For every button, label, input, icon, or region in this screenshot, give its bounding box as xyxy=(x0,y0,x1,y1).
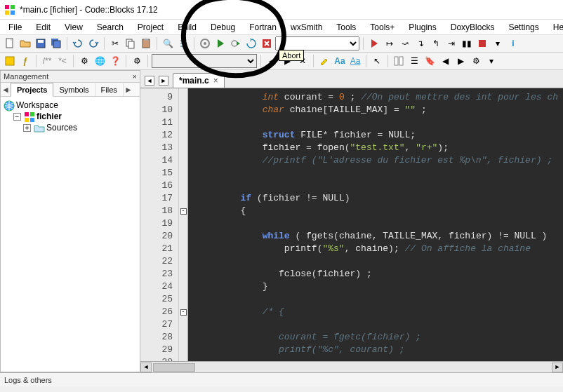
menu-build[interactable]: Build xyxy=(172,21,202,34)
code-line[interactable] xyxy=(197,116,563,129)
tabs-right-arrow-icon[interactable]: ► xyxy=(124,85,133,95)
code-line[interactable]: fclose(fichier) ; xyxy=(197,268,563,281)
new-file-icon[interactable] xyxy=(3,36,17,50)
find-icon[interactable]: 🔍 xyxy=(161,36,175,50)
replace-icon[interactable] xyxy=(176,36,190,50)
tree-workspace[interactable]: Workspace xyxy=(4,100,137,111)
run-icon[interactable] xyxy=(213,36,227,50)
menu-doxyblocks[interactable]: DoxyBlocks xyxy=(445,21,501,34)
highlight-icon[interactable] xyxy=(317,54,331,68)
code-editor[interactable]: 9101112131415161718192021222324252627282… xyxy=(140,88,563,361)
menu-toolsplus[interactable]: Tools+ xyxy=(364,21,400,34)
scroll-right-icon[interactable]: ► xyxy=(552,363,563,372)
tab-files[interactable]: Files xyxy=(95,83,124,96)
save-icon[interactable] xyxy=(34,36,48,50)
menu-debug[interactable]: Debug xyxy=(205,21,241,34)
fold-toggle-icon[interactable]: - xyxy=(180,208,187,215)
code-line[interactable]: courant = fgetc(fichier) ; xyxy=(197,331,563,344)
tree-folder-sources[interactable]: + Sources xyxy=(4,122,137,133)
code-line[interactable]: char chaine[TAILLE_MAX] = "" ; xyxy=(197,104,563,116)
copy-icon[interactable] xyxy=(124,36,138,50)
code-line[interactable]: /* { xyxy=(197,306,563,318)
menu-settings[interactable]: Settings xyxy=(503,21,544,34)
menu-wxsmith[interactable]: wxSmith xyxy=(285,21,328,34)
editor-tab-next-icon[interactable]: ► xyxy=(159,76,168,86)
editor-horizontal-scrollbar[interactable]: ◄ ► xyxy=(140,361,563,372)
debug-windows-icon[interactable]: ▾ xyxy=(491,36,505,50)
text-case-icon[interactable]: Aa xyxy=(333,54,347,68)
code-line[interactable]: { xyxy=(197,205,563,217)
code-line[interactable]: } xyxy=(197,281,563,293)
code-line[interactable]: printf("%c", courant) ; xyxy=(197,344,563,356)
code-line[interactable]: while ( fgets(chaine, TAILLE_MAX, fichie… xyxy=(197,230,563,243)
text-match-icon[interactable]: Aa xyxy=(348,54,362,68)
save-all-icon[interactable] xyxy=(49,36,63,50)
tree-project[interactable]: − fichier xyxy=(4,111,137,122)
run-to-cursor-icon[interactable]: ↦ xyxy=(383,36,397,50)
doxy-html-icon[interactable]: 🌐 xyxy=(93,54,107,68)
abort-icon[interactable] xyxy=(260,36,274,50)
code-line[interactable]: printf("%s", chaine); // On affiche la c… xyxy=(197,243,563,255)
tab-symbols[interactable]: Symbols xyxy=(53,83,95,96)
debug-run-icon[interactable] xyxy=(367,36,381,50)
doxy-comment-end-icon[interactable]: *< xyxy=(55,54,69,68)
config-icon[interactable]: ⚙ xyxy=(469,54,483,68)
code-line[interactable] xyxy=(197,293,563,306)
step-over-icon[interactable]: ⤻ xyxy=(398,36,412,50)
bookmark-prev-icon[interactable]: ◀ xyxy=(438,54,452,68)
code-content[interactable]: int courant = 0 ; //On peut mettre des i… xyxy=(188,88,563,361)
select-tool-icon[interactable]: ↖ xyxy=(370,54,384,68)
tabs-left-arrow-icon[interactable]: ◄ xyxy=(1,85,11,95)
menu-search[interactable]: Search xyxy=(91,21,129,34)
management-close-icon[interactable]: × xyxy=(133,72,137,81)
build-target-select[interactable] xyxy=(275,36,359,50)
bookmark-toggle-icon[interactable]: 🔖 xyxy=(423,54,437,68)
doxy-comment-start-icon[interactable]: /** xyxy=(40,54,54,68)
menu-edit[interactable]: Edit xyxy=(30,21,56,34)
code-line[interactable] xyxy=(197,356,563,361)
scroll-thumb[interactable] xyxy=(153,363,195,372)
menu-help[interactable]: Help xyxy=(548,21,563,34)
expand-icon[interactable]: + xyxy=(23,124,31,132)
step-into-icon[interactable]: ↴ xyxy=(413,36,428,50)
collapse-icon[interactable]: − xyxy=(13,113,21,121)
list-icon[interactable]: ☰ xyxy=(407,54,421,68)
cut-icon[interactable]: ✂ xyxy=(108,36,122,50)
menu-file[interactable]: File xyxy=(3,21,27,34)
open-icon[interactable] xyxy=(18,36,32,50)
step-out-icon[interactable]: ↰ xyxy=(429,36,443,50)
code-line[interactable]: struct FILE* fichier = NULL; xyxy=(197,129,563,142)
bookmark-next-icon[interactable]: ▶ xyxy=(453,54,468,68)
menu-fortran[interactable]: Fortran xyxy=(244,21,282,34)
editor-tab-prev-icon[interactable]: ◄ xyxy=(145,76,154,86)
code-line[interactable] xyxy=(197,318,563,331)
code-line[interactable] xyxy=(197,167,563,180)
code-line[interactable] xyxy=(197,180,563,192)
project-tree[interactable]: Workspace − fichier + Sources xyxy=(1,97,140,372)
rebuild-icon[interactable] xyxy=(244,36,258,50)
redo-icon[interactable] xyxy=(86,36,100,50)
code-line[interactable]: int courant = 0 ; //On peut mettre des i… xyxy=(197,91,563,104)
menu-view[interactable]: View xyxy=(59,21,88,34)
tab-projects[interactable]: Projects xyxy=(11,83,53,97)
menu-project[interactable]: Project xyxy=(132,21,169,34)
code-line[interactable]: //printf ("L'adresse du fichier est %p\n… xyxy=(197,154,563,167)
doxy-func-icon[interactable]: ƒ xyxy=(18,54,32,68)
undo-icon[interactable] xyxy=(71,36,85,50)
paste-icon[interactable] xyxy=(139,36,153,50)
stop-debug-icon[interactable] xyxy=(475,36,489,50)
code-line[interactable] xyxy=(197,255,563,268)
code-line[interactable]: if (fichier != NULL) xyxy=(197,192,563,205)
doxy-chm-icon[interactable]: ❓ xyxy=(108,54,122,68)
editor-tab-close-icon[interactable]: × xyxy=(213,76,218,86)
doxy-config-icon[interactable]: ⚙ xyxy=(130,54,144,68)
logs-panel-header[interactable]: Logs & others xyxy=(0,372,563,386)
editor-tab-main-c[interactable]: *main.c × xyxy=(173,73,225,88)
diff-icon[interactable] xyxy=(392,54,406,68)
doxy-run-icon[interactable]: ⚙ xyxy=(77,54,91,68)
code-line[interactable]: fichier = fopen("test.txt", "r+"); xyxy=(197,142,563,154)
doxy-block-icon[interactable] xyxy=(3,54,17,68)
info-icon[interactable]: i xyxy=(506,36,520,50)
scope-select[interactable] xyxy=(152,54,257,68)
scroll-left-icon[interactable]: ◄ xyxy=(140,363,152,372)
